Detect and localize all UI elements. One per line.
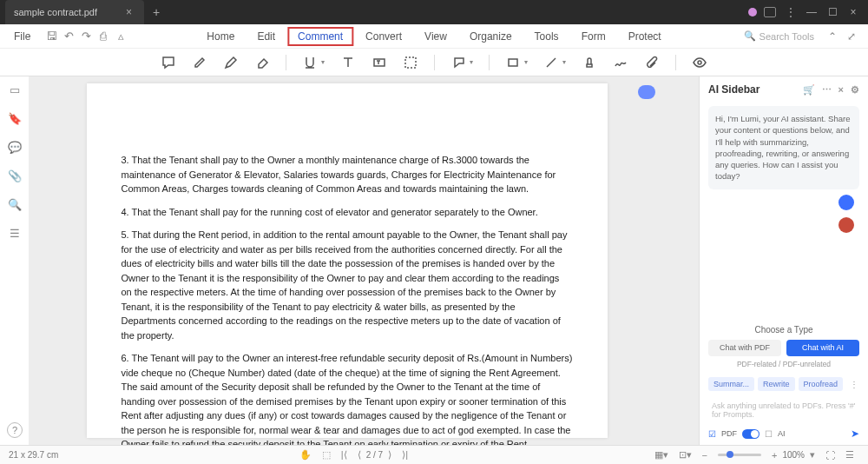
- ai-badge-icon[interactable]: [838, 195, 854, 210]
- title-bar: sample contract.pdf × + ⋮ — ☐ ×: [0, 0, 868, 24]
- first-page-icon[interactable]: |⟨: [336, 449, 352, 461]
- zoom-out-icon[interactable]: −: [697, 450, 713, 461]
- sidebar-close-icon[interactable]: ×: [838, 84, 844, 95]
- area-highlight-icon[interactable]: [403, 55, 418, 70]
- hand-tool-icon[interactable]: ✋: [294, 449, 317, 461]
- tab-convert[interactable]: Convert: [355, 27, 412, 46]
- zoom-value[interactable]: 100%: [782, 450, 805, 460]
- textbox-icon[interactable]: [372, 55, 387, 70]
- fit-icon[interactable]: ⊡▾: [674, 449, 697, 461]
- tab-view[interactable]: View: [414, 27, 457, 46]
- close-tab-icon[interactable]: ×: [122, 6, 135, 18]
- separator: [434, 55, 435, 70]
- sidebar-more-icon[interactable]: ⋯: [822, 84, 832, 96]
- ai-checkbox-icon[interactable]: ☐: [765, 429, 773, 439]
- search-panel-icon[interactable]: 🔍: [8, 198, 22, 211]
- redo-icon[interactable]: ↷: [77, 30, 95, 43]
- highlight-icon[interactable]: [192, 55, 207, 70]
- eraser-icon[interactable]: [254, 55, 270, 70]
- shape-rect-icon[interactable]: [505, 55, 521, 70]
- account-avatar-icon[interactable]: [748, 8, 757, 17]
- minimize-icon[interactable]: —: [806, 6, 818, 18]
- text-icon[interactable]: [340, 55, 356, 70]
- attachments-panel-icon[interactable]: 📎: [8, 169, 22, 182]
- status-bar: 21 x 29.7 cm ✋ ⬚ |⟨ ⟨ 2 / 7 ⟩ ⟩| ▦▾ ⊡▾ −…: [0, 445, 868, 464]
- expand-icon[interactable]: ⤢: [842, 30, 861, 43]
- chat-with-pdf-button[interactable]: Chat with PDF: [708, 340, 781, 356]
- gap: [664, 76, 699, 445]
- rewrite-chip[interactable]: Rewrite: [758, 377, 795, 391]
- chat-with-ai-button[interactable]: Chat with AI: [786, 340, 859, 356]
- select-tool-icon[interactable]: ⬚: [317, 449, 336, 461]
- tab-organize[interactable]: Organize: [459, 27, 523, 46]
- tab-form[interactable]: Form: [571, 27, 616, 46]
- ai-floating-icon[interactable]: [638, 85, 655, 99]
- page-size: 21 x 29.7 cm: [9, 450, 58, 460]
- document-viewport[interactable]: 3. That the Tenant shall pay to the Owne…: [30, 76, 664, 445]
- more-icon[interactable]: ⋮: [785, 6, 797, 18]
- page-indicator[interactable]: 2 / 7: [366, 450, 383, 460]
- share-icon[interactable]: ▵: [112, 30, 129, 43]
- zoom-in-icon[interactable]: +: [766, 450, 782, 461]
- file-menu[interactable]: File: [7, 29, 37, 44]
- last-page-icon[interactable]: ⟩|: [397, 449, 413, 461]
- menu-bar: File 🖫 ↶ ↷ ⎙ ▵ Home Edit Comment Convert…: [0, 24, 868, 49]
- layers-icon[interactable]: ☰: [10, 227, 20, 240]
- pdf-page: 3. That the Tenant shall pay to the Owne…: [87, 83, 608, 438]
- view-mode-icon[interactable]: ▦▾: [649, 449, 674, 461]
- read-mode-icon[interactable]: ☰: [840, 449, 859, 461]
- window-layout-icon[interactable]: [764, 7, 776, 17]
- search-tools[interactable]: 🔍 Search Tools: [744, 30, 814, 42]
- stamp-icon[interactable]: [582, 55, 597, 70]
- tab-home[interactable]: Home: [196, 27, 245, 46]
- signature-icon[interactable]: [613, 55, 628, 70]
- undo-icon[interactable]: ↶: [60, 30, 77, 43]
- note-icon[interactable]: [161, 55, 176, 70]
- pencil-icon[interactable]: [223, 55, 239, 70]
- action-chips: Summar... Rewrite Proofread ⋮: [700, 377, 868, 391]
- tab-comment[interactable]: Comment: [287, 27, 353, 46]
- separator: [675, 55, 676, 70]
- comments-panel-icon[interactable]: 💬: [8, 141, 22, 154]
- tab-protect[interactable]: Protect: [618, 27, 672, 46]
- underline-icon[interactable]: [302, 55, 318, 70]
- send-icon[interactable]: ➤: [851, 428, 859, 440]
- save-icon[interactable]: 🖫: [43, 30, 60, 43]
- tab-tools[interactable]: Tools: [524, 27, 569, 46]
- proofread-chip[interactable]: Proofread: [799, 377, 844, 391]
- main-menu-tabs: Home Edit Comment Convert View Organize …: [196, 27, 671, 46]
- new-tab-button[interactable]: +: [144, 5, 168, 19]
- callout-icon[interactable]: [450, 55, 466, 70]
- help-icon[interactable]: ?: [7, 422, 23, 438]
- eye-icon[interactable]: [692, 55, 707, 70]
- document-tab[interactable]: sample contract.pdf ×: [5, 0, 144, 24]
- search-tools-label: Search Tools: [760, 31, 814, 42]
- more-actions-icon[interactable]: ⋮: [846, 380, 862, 389]
- maximize-icon[interactable]: ☐: [826, 6, 838, 18]
- fullscreen-icon[interactable]: ⛶: [820, 450, 840, 461]
- summarize-chip[interactable]: Summar...: [708, 377, 754, 391]
- thumbnails-icon[interactable]: ▭: [10, 83, 20, 96]
- ai-greeting: Hi, I'm Lumi, your AI assistant. Share y…: [708, 106, 859, 189]
- close-window-icon[interactable]: ×: [847, 6, 859, 18]
- zoom-slider[interactable]: [718, 454, 761, 456]
- pdf-checkbox-icon[interactable]: ☑: [708, 429, 716, 439]
- attachment-icon[interactable]: [644, 55, 660, 70]
- sidebar-settings-icon[interactable]: ⚙: [851, 84, 859, 96]
- prompt-input[interactable]: Ask anything unrelated to PDFs. Press '#…: [708, 398, 859, 422]
- main-area: ▭ 🔖 💬 📎 🔍 ☰ 3. That the Tenant shall pay…: [0, 76, 868, 445]
- word-badge-icon[interactable]: [838, 217, 854, 233]
- next-page-icon[interactable]: ⟩: [383, 449, 397, 461]
- comment-toolbar: ▾ ▾ ▾ ▾: [0, 49, 868, 76]
- line-icon[interactable]: [543, 55, 559, 70]
- cart-icon[interactable]: 🛒: [803, 84, 815, 96]
- tab-edit[interactable]: Edit: [247, 27, 286, 46]
- collapse-ribbon-icon[interactable]: ⌃: [823, 30, 842, 43]
- paragraph-4: 4. That the Tenant shall pay for the run…: [122, 205, 573, 220]
- pdf-toggle[interactable]: [742, 429, 760, 439]
- zoom-dropdown-icon[interactable]: ▾: [805, 449, 820, 461]
- bookmarks-icon[interactable]: 🔖: [8, 112, 22, 125]
- print-icon[interactable]: ⎙: [95, 30, 112, 43]
- prev-page-icon[interactable]: ⟨: [352, 449, 366, 461]
- foot-ai-label: AI: [778, 429, 786, 438]
